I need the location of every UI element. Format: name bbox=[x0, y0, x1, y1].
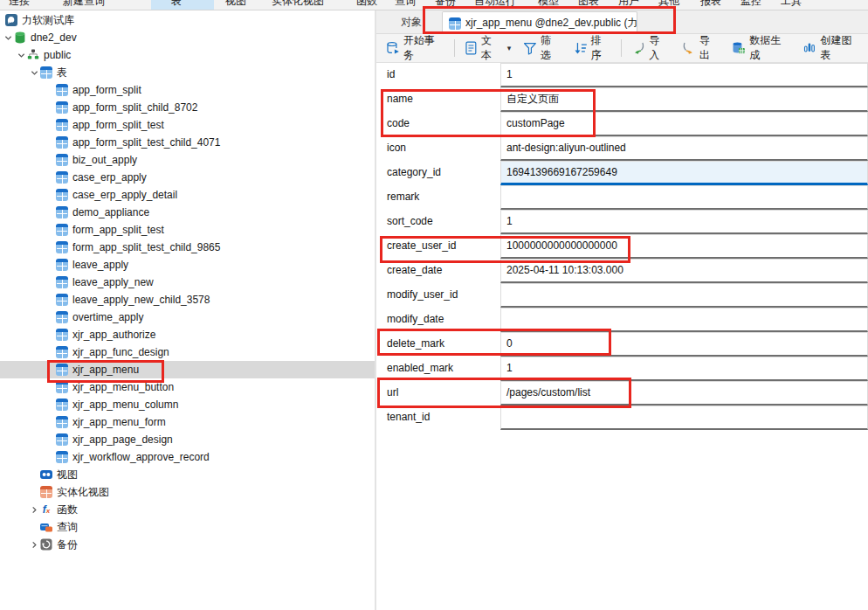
function-icon: fx bbox=[40, 503, 52, 516]
begin-transaction-button[interactable]: 开始事务 bbox=[380, 37, 451, 59]
field-value-input[interactable]: 1 bbox=[500, 63, 868, 87]
table-name: xjr_app_menu bbox=[72, 364, 139, 376]
tree-node-schema[interactable]: public bbox=[0, 46, 375, 64]
table-name: demo_appliance bbox=[72, 206, 149, 218]
text-view-button[interactable]: 文本 ▾ bbox=[458, 37, 517, 59]
tree-node-queries[interactable]: 查询 bbox=[0, 518, 375, 536]
main-toolbar-item[interactable]: 模型 bbox=[538, 0, 559, 9]
table-icon bbox=[56, 451, 68, 463]
main-toolbar-item[interactable]: 视图 bbox=[225, 0, 246, 9]
main-toolbar-item[interactable]: 自动运行 bbox=[474, 0, 516, 9]
field-value-input[interactable]: 1000000000000000000 bbox=[500, 234, 868, 259]
tree-node-table[interactable]: app_form_split_child_8702 bbox=[0, 99, 375, 116]
tree-node-table[interactable]: app_form_split_test_child_4071 bbox=[0, 134, 375, 151]
field-value-input[interactable]: 1 bbox=[500, 210, 868, 234]
table-icon bbox=[56, 119, 68, 131]
main-toolbar-item[interactable]: 其他 bbox=[658, 0, 679, 9]
tree-node-table[interactable]: case_erp_apply_detail bbox=[0, 186, 375, 204]
main-toolbar-item[interactable]: 连接 bbox=[9, 0, 30, 9]
tab-record-view[interactable]: xjr_app_menu @dne2_dev.public (力… bbox=[442, 11, 637, 34]
field-value-input[interactable] bbox=[500, 185, 868, 210]
chevron-down-icon[interactable] bbox=[28, 66, 40, 79]
tree-node-table[interactable]: xjr_app_page_design bbox=[0, 431, 375, 448]
main-toolbar-item[interactable]: 备份 bbox=[435, 0, 456, 9]
tree-node-table[interactable]: xjr_app_menu_column bbox=[0, 396, 375, 413]
field-value-input[interactable]: 2025-04-11 10:13:03.000 bbox=[500, 259, 868, 283]
tree-node-tables-folder[interactable]: 表 bbox=[0, 64, 375, 81]
tree-node-table[interactable]: form_app_split_test bbox=[0, 221, 375, 239]
table-name: app_form_split_test_child_4071 bbox=[72, 136, 220, 149]
field-value-input[interactable]: 0 bbox=[500, 332, 868, 357]
main-toolbar-item[interactable]: 实体化视图 bbox=[272, 0, 324, 9]
tree-node-table[interactable]: leave_apply_new bbox=[0, 274, 375, 291]
export-button[interactable]: 导出 bbox=[676, 37, 727, 59]
main-toolbar-item[interactable]: 新建查询 bbox=[63, 0, 105, 9]
chevron-right-icon[interactable] bbox=[28, 538, 40, 551]
field-value-input[interactable]: ant-design:aliyun-outlined bbox=[500, 136, 868, 161]
main-toolbar-item[interactable]: 查询 bbox=[395, 0, 416, 9]
table-icon bbox=[56, 433, 68, 446]
query-icon bbox=[40, 521, 52, 533]
tree-node-table[interactable]: leave_apply_new_child_3578 bbox=[0, 291, 375, 308]
tree-node-table[interactable]: xjr_app_menu bbox=[0, 361, 375, 378]
tree-node-table[interactable]: demo_appliance bbox=[0, 204, 375, 221]
tree-node-table[interactable]: xjr_app_menu_form bbox=[0, 413, 375, 431]
tree-node-table[interactable]: app_form_split_test bbox=[0, 116, 375, 134]
tree-node-table[interactable]: case_erp_apply bbox=[0, 169, 375, 186]
table-icon bbox=[56, 276, 68, 288]
main-toolbar-item[interactable]: 用户 bbox=[618, 0, 639, 9]
data-generation-button[interactable]: 数据生成 bbox=[726, 37, 796, 59]
field-value-input[interactable] bbox=[500, 406, 868, 430]
tree-node-connection[interactable]: 力软测试库 bbox=[0, 11, 375, 29]
field-value-input[interactable]: 自定义页面 bbox=[500, 87, 868, 112]
record-toolbar: 开始事务 文本 ▾ 筛选 排序 导入 导出 bbox=[376, 34, 868, 63]
tree-node-table[interactable]: overtime_apply bbox=[0, 308, 375, 326]
tree-node-table[interactable]: app_form_split bbox=[0, 81, 375, 99]
field-value-input[interactable]: customPage bbox=[500, 112, 868, 136]
field-row: sort_code 1 bbox=[376, 210, 868, 234]
sort-button[interactable]: 排序 bbox=[568, 37, 618, 59]
table-icon bbox=[56, 381, 68, 393]
tree-node-table[interactable]: form_app_split_test_child_9865 bbox=[0, 239, 375, 256]
field-value-input[interactable]: /pages/custom/list bbox=[500, 381, 868, 406]
field-value-input[interactable]: 1 bbox=[500, 357, 868, 381]
main-toolbar-item[interactable]: 表 bbox=[171, 0, 182, 9]
table-icon bbox=[56, 154, 68, 166]
tree-node-table[interactable]: leave_apply bbox=[0, 256, 375, 274]
tree-node-functions[interactable]: fx 函数 bbox=[0, 501, 375, 518]
main-toolbar-item[interactable]: 工具 bbox=[781, 0, 802, 9]
tab-objects[interactable]: 对象 bbox=[401, 10, 422, 34]
import-button[interactable]: 导入 bbox=[625, 37, 676, 59]
text-view-label: 文本 bbox=[481, 33, 502, 63]
main-toolbar-item[interactable]: 报表 bbox=[700, 0, 721, 9]
tree-node-backups[interactable]: 备份 bbox=[0, 536, 375, 553]
tree-node-table[interactable]: xjr_app_func_design bbox=[0, 343, 375, 361]
table-name: xjr_app_menu_button bbox=[72, 381, 174, 393]
data-generation-label: 数据生成 bbox=[749, 33, 790, 63]
filter-button[interactable]: 筛选 bbox=[517, 37, 568, 59]
export-icon bbox=[682, 41, 696, 55]
app-main-toolbar-cutoff: 连接新建查询表视图实体化视图函数查询备份自动运行模型图表用户其他报表监控工具 bbox=[0, 0, 868, 10]
main-toolbar-item[interactable]: 函数 bbox=[356, 0, 377, 9]
field-name: sort_code bbox=[376, 210, 500, 234]
tree-node-table[interactable]: xjr_workflow_approve_record bbox=[0, 448, 375, 466]
chevron-down-icon[interactable]: ▾ bbox=[507, 44, 512, 52]
chevron-right-icon[interactable] bbox=[28, 503, 40, 516]
main-toolbar-item[interactable]: 图表 bbox=[578, 0, 599, 9]
tree-node-table[interactable]: xjr_app_authorize bbox=[0, 326, 375, 343]
begin-transaction-label: 开始事务 bbox=[403, 33, 444, 63]
tree-node-database[interactable]: dne2_dev bbox=[0, 29, 375, 46]
tree-node-views[interactable]: 视图 bbox=[0, 466, 375, 483]
tree-node-table[interactable]: xjr_app_menu_button bbox=[0, 378, 375, 396]
tree-node-materialized-views[interactable]: 实体化视图 bbox=[0, 483, 375, 501]
tree-node-table[interactable]: biz_out_apply bbox=[0, 151, 375, 169]
chevron-down-icon[interactable] bbox=[2, 31, 14, 44]
field-value-input[interactable]: 1694139669167259649 bbox=[500, 161, 868, 185]
field-value-input[interactable] bbox=[500, 308, 868, 332]
table-name: leave_apply_new bbox=[72, 276, 154, 288]
filter-label: 筛选 bbox=[541, 33, 561, 63]
chevron-down-icon[interactable] bbox=[15, 49, 27, 61]
create-chart-button[interactable]: 创建图表 bbox=[797, 37, 868, 59]
main-toolbar-item[interactable]: 监控 bbox=[741, 0, 761, 9]
field-value-input[interactable] bbox=[500, 283, 868, 308]
